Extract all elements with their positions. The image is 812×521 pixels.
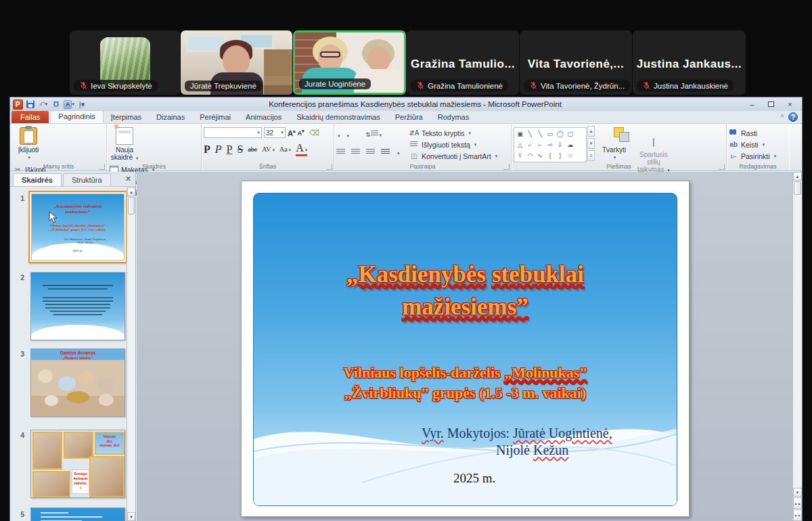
audio-tile-vita[interactable]: Vita Tavorienė,... Vita Tavorienė, Žydrū… xyxy=(520,30,632,95)
quick-access-toolbar: P ↶▾ Ʊ A▾ |▾ xyxy=(10,99,87,110)
scroll-up-icon[interactable]: ▲ xyxy=(793,172,802,181)
slide-authors[interactable]: Vyr. Mokytojos: Jūratė Uogintienė, Nijol… xyxy=(422,425,612,459)
minimize-ribbon-icon[interactable]: ^ xyxy=(781,114,784,120)
line-spacing-button[interactable]: ⇅▾ xyxy=(365,131,382,138)
restore-button[interactable] xyxy=(762,99,780,110)
workspace: Skaidrės Struktūra ✕ 1 „Kasdienybės steb… xyxy=(10,172,802,521)
help-button[interactable]: ? xyxy=(788,112,798,122)
replace-button[interactable]: abKeisti▾ xyxy=(729,139,776,150)
close-button[interactable]: × xyxy=(781,99,799,110)
text-direction-button[interactable]: ⇵ATeksto kryptis▾ xyxy=(409,128,497,138)
video-tile-ieva[interactable]: Ieva Skrupskelytė xyxy=(70,30,180,95)
tab-failas[interactable]: Failas xyxy=(12,111,49,123)
align-center-button[interactable] xyxy=(351,149,360,155)
tab-pagrindinis[interactable]: Pagrindinis xyxy=(50,110,103,123)
slide-year[interactable]: 2025 m. xyxy=(453,471,495,486)
close-panel-icon[interactable]: ✕ xyxy=(125,175,131,183)
dialog-launcher-icon[interactable] xyxy=(503,164,510,170)
paste-icon xyxy=(20,127,37,145)
find-button[interactable]: Rasti xyxy=(729,128,776,138)
change-case-button[interactable]: Aa▾ xyxy=(279,145,291,153)
redo-button[interactable]: Ʊ xyxy=(51,99,62,110)
audio-tile-justina[interactable]: Justina Jankaus... Justina Jankauskienė xyxy=(633,30,746,95)
qat-custom-button[interactable]: A▾ xyxy=(64,99,74,110)
arrange-button[interactable]: Tvarkyti▾ xyxy=(597,126,630,162)
dialog-launcher-icon[interactable] xyxy=(99,164,105,170)
grow-font-button[interactable]: A▴ xyxy=(288,129,295,137)
slide-title[interactable]: „Kasdienybės stebuklai mažiesiems” xyxy=(254,258,677,323)
dialog-launcher-icon[interactable] xyxy=(719,164,725,170)
tab-dizainas[interactable]: Dizainas xyxy=(149,112,192,123)
tab-skaidriu-demonstravimas[interactable]: Skaidrių demonstravimas xyxy=(289,112,388,123)
panel-tab-outline[interactable]: Struktūra xyxy=(63,173,111,186)
undo-button[interactable]: ↶▾ xyxy=(38,99,49,110)
slide-thumbnail-2[interactable] xyxy=(30,272,125,340)
slide-thumbnail-1[interactable]: „Kasdienybės stebuklaimažiesiems” Vilnia… xyxy=(28,191,127,263)
restore-icon xyxy=(768,101,774,107)
paste-button[interactable]: Įklijuoti▾ xyxy=(13,126,44,162)
editor-scrollbar[interactable]: ▲ ▼ ▲▲ ▼▼ xyxy=(792,172,802,521)
group-paragraph: ▾ ▾ ⇅▾ ▾ ⇵ATeksto kryptis xyxy=(334,124,512,171)
clear-formatting-button[interactable]: ⌫ xyxy=(309,129,319,137)
slide-thumbnail-4[interactable]: Vienas du, vienas du! Smagu keliauti tak… xyxy=(30,430,125,498)
shapes-gallery[interactable]: ▣╲╲▭◯▢ △⌐⌐⇨⇩☁ ⌇◠∿{}☆ xyxy=(514,127,587,162)
slides-panel: Skaidrės Struktūra ✕ 1 „Kasdienybės steb… xyxy=(10,172,136,521)
ribbon: Įklijuoti▾ ✂Iškirpti Kopijuoti▾ Formato … xyxy=(10,124,802,171)
bold-button[interactable]: P xyxy=(204,143,210,156)
title-bar[interactable]: P ↶▾ Ʊ A▾ |▾ Konferencijos pranešimas Ka… xyxy=(10,97,802,111)
dialog-launcher-icon[interactable] xyxy=(326,164,332,170)
previous-slide-button[interactable]: ▲▲ xyxy=(793,497,802,509)
qat-custom-icon: A xyxy=(64,100,72,109)
slide-thumbnail-3[interactable]: Gamtos dovanos„Rudens takelis” xyxy=(30,348,125,417)
align-right-button[interactable] xyxy=(366,149,375,155)
columns-button[interactable]: ▾ xyxy=(396,145,400,158)
convert-smartart-button[interactable]: ◫Konvertuoti į SmartArt▾ xyxy=(409,151,497,161)
align-text-icon xyxy=(410,141,418,148)
mic-muted-icon xyxy=(79,81,88,90)
tab-animacijos[interactable]: Animacijos xyxy=(238,112,289,123)
font-name-combo[interactable]: ▾ xyxy=(204,127,262,138)
bullets-button[interactable]: ▾ xyxy=(336,128,340,140)
next-slide-button[interactable]: ▼▼ xyxy=(793,509,802,521)
mic-muted-icon xyxy=(642,81,651,90)
panel-scrollbar[interactable]: ▲ ▼ xyxy=(127,187,135,521)
font-size-combo[interactable]: 32▾ xyxy=(264,127,286,138)
slide-number: 4 xyxy=(15,431,24,439)
tab-rodymas[interactable]: Rodymas xyxy=(430,112,476,123)
participant-name: Vita Tavorienė, Žydrūn... xyxy=(541,82,625,90)
scroll-down-icon[interactable]: ▼ xyxy=(793,488,802,497)
scroll-up-icon[interactable]: ▲ xyxy=(127,187,135,196)
shrink-font-button[interactable]: A▾ xyxy=(297,129,304,137)
slide-page[interactable]: „Kasdienybės stebuklai mažiesiems” Vilni… xyxy=(241,181,690,517)
video-tile-jurate-u[interactable]: Jurate Uogintiene xyxy=(293,30,406,95)
tab-perejimai[interactable]: Perėjimai xyxy=(192,112,238,123)
editor-scroll-thumb[interactable] xyxy=(794,181,801,195)
audio-tile-grazina[interactable]: Gražina Tamulio... Gražina Tamulionienė xyxy=(407,30,519,95)
panel-tab-slides[interactable]: Skaidrės xyxy=(13,173,62,186)
strikethrough-button[interactable]: S xyxy=(237,143,243,156)
numbering-button[interactable]: ▾ xyxy=(346,128,350,140)
select-button[interactable]: ▻Pasirinkti▾ xyxy=(729,151,776,161)
save-button[interactable] xyxy=(25,99,36,110)
video-tile-jurate-t[interactable]: Jūratė Trepkuvienė xyxy=(181,30,292,95)
tab-perziura[interactable]: Peržiūra xyxy=(388,112,430,123)
justify-button[interactable] xyxy=(381,149,390,155)
slide-subtitle[interactable]: Vilniaus lopšelis-darželis „Molinukas” „… xyxy=(254,363,677,403)
qat-dropdown-icon[interactable]: |▾ xyxy=(76,99,87,110)
minimize-button[interactable]: – xyxy=(743,99,761,110)
new-slide-button[interactable]: Nauja skaidrė ▾ xyxy=(109,126,140,162)
powerpoint-logo-icon[interactable]: P xyxy=(13,99,23,110)
shapes-gallery-scroll[interactable]: ▲▼≡ xyxy=(587,126,595,161)
align-left-button[interactable] xyxy=(336,149,345,155)
panel-scroll-thumb[interactable] xyxy=(128,197,135,214)
tab-iterpimas[interactable]: Įterpimas xyxy=(104,112,149,123)
underline-button[interactable]: P xyxy=(227,143,233,156)
slide-thumbnail-5[interactable] xyxy=(30,507,125,521)
italic-button[interactable]: P xyxy=(215,143,222,156)
align-text-button[interactable]: Išlygiuoti tekstą▾ xyxy=(409,139,497,150)
mic-muted-icon xyxy=(529,81,538,90)
character-spacing-button[interactable]: AV▾ xyxy=(262,145,275,153)
abc-strikethrough-button[interactable]: abc xyxy=(248,145,257,153)
scroll-down-icon[interactable]: ▼ xyxy=(127,512,135,521)
font-color-button[interactable]: A▾ xyxy=(296,142,307,156)
